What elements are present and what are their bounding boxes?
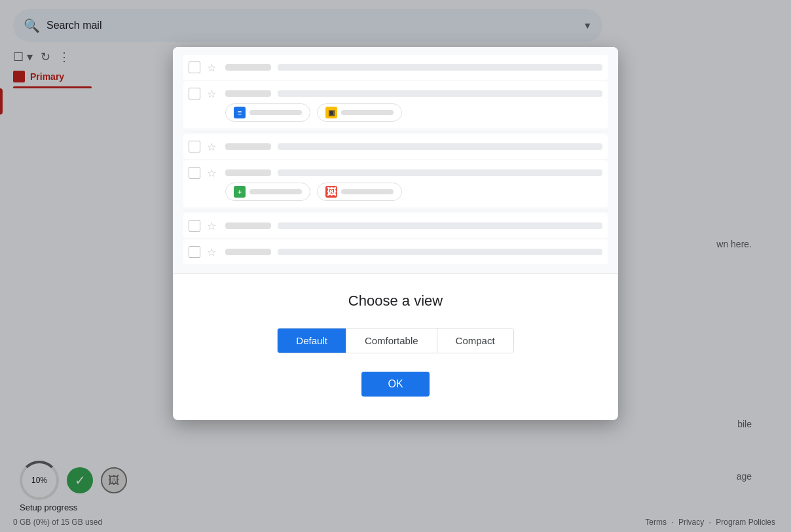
sheets-icon: + xyxy=(234,186,246,198)
star-5[interactable]: ☆ xyxy=(207,220,219,232)
chip-slides-text xyxy=(341,110,394,115)
view-compact-button[interactable]: Compact xyxy=(437,328,513,353)
chip-photos-text xyxy=(341,189,394,194)
chip-sheets[interactable]: + xyxy=(225,183,310,201)
chip-docs-text xyxy=(249,110,302,115)
modal-title: Choose a view xyxy=(348,293,443,310)
sender-5 xyxy=(225,222,271,229)
subject-2 xyxy=(278,90,602,97)
email-row-6: ☆ xyxy=(183,239,608,264)
star-6[interactable]: ☆ xyxy=(207,246,219,258)
star-2[interactable]: ☆ xyxy=(207,88,219,99)
divider-1 xyxy=(183,131,608,132)
view-default-button[interactable]: Default xyxy=(278,328,346,353)
checkbox-4[interactable] xyxy=(189,167,200,179)
star-3[interactable]: ☆ xyxy=(207,141,219,152)
divider-2 xyxy=(183,210,608,211)
subject-3 xyxy=(278,143,602,150)
ok-button[interactable]: OK xyxy=(361,372,429,397)
email-row-1: ☆ xyxy=(183,55,608,80)
checkbox-6[interactable] xyxy=(189,246,200,258)
star-1[interactable]: ☆ xyxy=(207,62,219,73)
chip-docs[interactable]: ≡ xyxy=(225,103,310,122)
modal-content: Choose a view Default Comfortable Compac… xyxy=(173,274,618,420)
email-preview-section: ☆ ☆ ≡ ▣ xyxy=(173,47,618,274)
choose-view-dialog: ☆ ☆ ≡ ▣ xyxy=(173,47,618,420)
slides-icon: ▣ xyxy=(325,107,337,118)
sender-1 xyxy=(225,64,271,71)
email-row-5: ☆ xyxy=(183,213,608,238)
photos-icon: 🖼 xyxy=(325,186,337,198)
subject-1 xyxy=(278,64,602,71)
docs-icon: ≡ xyxy=(234,107,246,118)
view-comfortable-button[interactable]: Comfortable xyxy=(346,328,437,353)
subject-4 xyxy=(278,169,602,176)
star-4[interactable]: ☆ xyxy=(207,167,219,179)
subject-6 xyxy=(278,249,602,255)
email-row-2: ☆ ≡ ▣ xyxy=(183,81,608,128)
chip-photos[interactable]: 🖼 xyxy=(317,183,402,201)
email-row-3: ☆ xyxy=(183,134,608,159)
attachment-chips-1: ≡ ▣ xyxy=(189,103,402,122)
email-row-4-main: ☆ xyxy=(189,167,602,179)
sender-6 xyxy=(225,249,271,255)
checkbox-2[interactable] xyxy=(189,88,200,99)
view-options-group: Default Comfortable Compact xyxy=(277,328,513,353)
checkbox-1[interactable] xyxy=(189,62,200,73)
checkbox-5[interactable] xyxy=(189,220,200,232)
sender-3 xyxy=(225,143,271,150)
email-row-2-main: ☆ xyxy=(189,88,602,99)
chip-slides[interactable]: ▣ xyxy=(317,103,402,122)
subject-5 xyxy=(278,222,602,229)
sender-4 xyxy=(225,169,271,176)
email-row-4: ☆ + 🖼 xyxy=(183,160,608,207)
sender-2 xyxy=(225,90,271,97)
attachment-chips-2: + 🖼 xyxy=(189,183,402,201)
chip-sheets-text xyxy=(249,189,302,194)
checkbox-3[interactable] xyxy=(189,141,200,152)
